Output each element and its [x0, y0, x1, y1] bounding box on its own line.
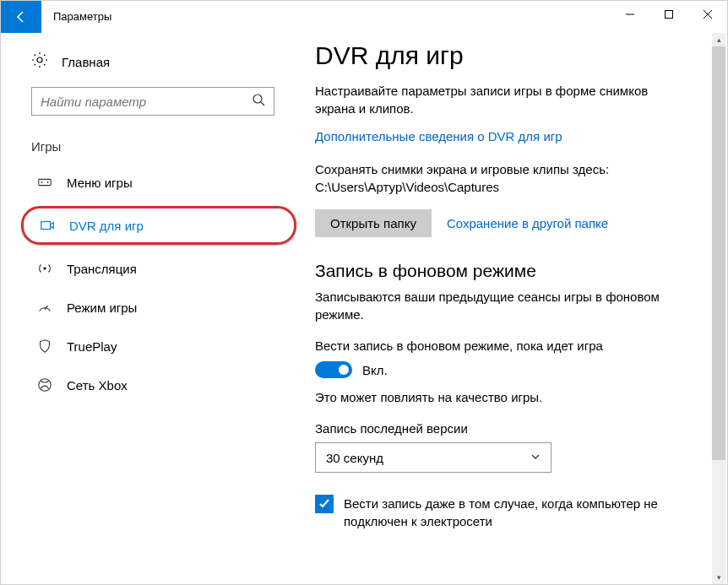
quality-note: Это может повлиять на качество игры. — [315, 390, 693, 404]
nav-label: Меню игры — [67, 176, 133, 190]
toggle-state-text: Вкл. — [362, 363, 388, 377]
nav-label: Режим игры — [67, 301, 137, 315]
shield-icon — [36, 338, 53, 355]
nav-trueplay[interactable]: TruePlay — [31, 329, 286, 363]
chevron-down-icon — [530, 452, 541, 464]
bg-record-toggle[interactable] — [315, 361, 352, 378]
nav-label: Трансляция — [67, 262, 137, 276]
record-on-battery-label: Вести запись даже в том случае, когда ко… — [344, 495, 687, 530]
broadcast-icon — [36, 260, 53, 277]
save-path-text: Сохранять снимки экрана и игровые клипы … — [315, 160, 687, 196]
save-other-folder-link[interactable]: Сохранение в другой папке — [447, 216, 608, 230]
svg-rect-10 — [41, 222, 51, 230]
content-pane: DVR для игр Настраивайте параметры запис… — [296, 33, 727, 585]
page-title: DVR для игр — [315, 41, 693, 70]
record-on-battery-checkbox[interactable] — [315, 495, 334, 513]
learn-more-link[interactable]: Дополнительные сведения о DVR для игр — [315, 129, 562, 144]
dvr-icon — [39, 217, 56, 234]
svg-point-4 — [37, 57, 42, 62]
svg-point-9 — [47, 181, 49, 183]
svg-point-8 — [41, 181, 43, 183]
back-button[interactable] — [1, 1, 41, 33]
scrollbar[interactable]: ▴ ▾ — [712, 33, 725, 584]
open-folder-button[interactable]: Открыть папку — [315, 209, 432, 237]
speed-icon — [36, 299, 53, 316]
nav-xbox-network[interactable]: Сеть Xbox — [31, 368, 286, 402]
section-heading: Игры — [31, 139, 286, 154]
scroll-down-arrow[interactable]: ▾ — [712, 571, 725, 584]
svg-point-5 — [253, 95, 262, 103]
minimize-button[interactable] — [611, 1, 649, 28]
svg-point-11 — [43, 267, 46, 270]
nav-home-label: Главная — [62, 55, 110, 69]
window-title: Параметры — [53, 10, 111, 23]
sidebar: Главная Игры Меню игры DVR для игр — [1, 33, 296, 585]
gear-icon — [31, 51, 48, 72]
duration-value: 30 секунд — [326, 451, 383, 465]
nav-label: Сеть Xbox — [67, 378, 128, 393]
nav-game-mode[interactable]: Режим игры — [31, 290, 286, 324]
duration-select[interactable]: 30 секунд — [315, 442, 551, 473]
scrollbar-thumb[interactable] — [712, 46, 725, 460]
close-button[interactable] — [688, 1, 727, 28]
last-version-label: Запись последней версии — [315, 421, 693, 436]
search-icon — [252, 93, 265, 110]
svg-point-13 — [39, 379, 51, 391]
search-field[interactable] — [41, 95, 265, 109]
svg-line-6 — [261, 102, 264, 106]
search-input[interactable] — [31, 87, 274, 116]
gamebar-icon — [36, 174, 53, 191]
xbox-icon — [36, 376, 53, 393]
page-lead: Настраивайте параметры записи игры в фор… — [315, 82, 687, 117]
nav-label: DVR для игр — [69, 219, 144, 233]
bg-record-desc: Записываются ваши предыдущие сеансы игры… — [315, 288, 687, 323]
nav-label: TruePlay — [67, 339, 117, 354]
svg-rect-7 — [39, 179, 51, 185]
titlebar: Параметры — [1, 1, 727, 33]
svg-rect-1 — [666, 11, 673, 19]
nav-game-bar[interactable]: Меню игры — [31, 165, 286, 199]
nav-home[interactable]: Главная — [31, 45, 286, 79]
maximize-button[interactable] — [649, 1, 688, 28]
scroll-up-arrow[interactable]: ▴ — [712, 33, 725, 46]
nav-broadcast[interactable]: Трансляция — [31, 252, 286, 285]
nav-game-dvr[interactable]: DVR для игр — [21, 206, 296, 245]
bg-toggle-label: Вести запись в фоновом режиме, пока идет… — [315, 339, 693, 353]
bg-record-heading: Запись в фоновом режиме — [315, 261, 693, 281]
